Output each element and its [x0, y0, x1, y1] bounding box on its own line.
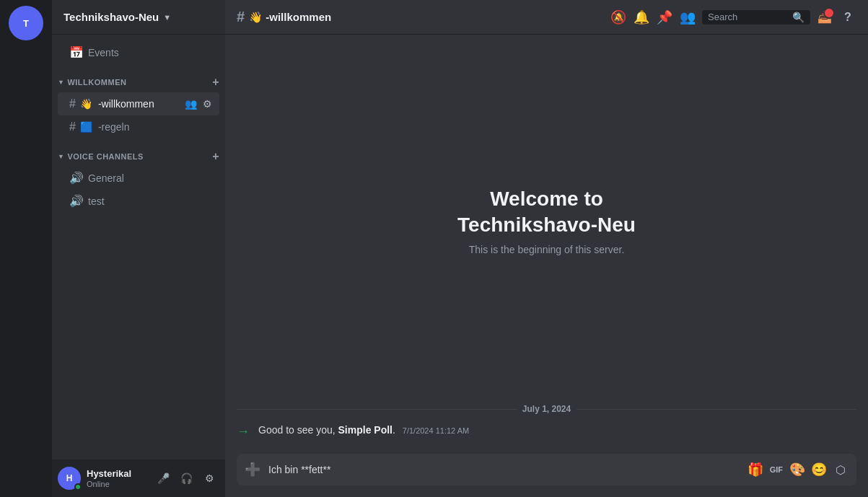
hash-icon: # [69, 97, 76, 110]
section-add-button[interactable]: + [212, 76, 219, 89]
date-divider-text: July 1, 2024 [522, 404, 571, 414]
user-info: Hysterikal Online [87, 468, 147, 488]
channel-general-voice-name: General [88, 172, 214, 184]
sidebar-content: 📅 Events ▼ WILLKOMMEN + # 👋 -willkommen … [52, 35, 225, 459]
main: # 👋 -willkommen 🔕 🔔 📌 👥 🔍 📥 [225, 0, 868, 497]
divider-line-left [237, 409, 517, 410]
speaker-icon-2: 🔊 [69, 194, 84, 208]
server-icon[interactable]: T [9, 6, 43, 40]
message-timestamp: 7/1/2024 11:12 AM [403, 426, 469, 435]
section-voice-label: VOICE CHANNELS [67, 152, 143, 161]
search-input[interactable] [708, 12, 788, 22]
sidebar-item-test-voice[interactable]: 🔊 test [58, 190, 219, 212]
sidebar-section-willkommen[interactable]: ▼ WILLKOMMEN + [52, 64, 225, 92]
message-text: Good to see you, Simple Poll. 7/1/2024 1… [258, 424, 469, 436]
sidebar-section-voice[interactable]: ▼ VOICE CHANNELS + [52, 138, 225, 166]
sidebar-item-events[interactable]: 📅 Events [58, 41, 219, 63]
sidebar-header[interactable]: Technikshavo-Neu ▼ [52, 0, 225, 35]
channel-test-voice-name: test [88, 195, 214, 207]
hash-icon-2: # [69, 120, 76, 133]
topbar-right: 🔕 🔔 📌 👥 🔍 📥 ? [610, 9, 856, 26]
events-label: Events [88, 47, 214, 58]
help-icon[interactable]: ? [839, 9, 856, 26]
arrow-icon: → [237, 424, 250, 439]
sidebar-item-willkommen[interactable]: # 👋 -willkommen 👥 ⚙ [58, 92, 219, 115]
user-controls: 🎤 🎧 ⚙ [153, 468, 219, 488]
topbar-channel-name: 👋 -willkommen [249, 11, 331, 24]
headphones-icon[interactable]: 🎧 [176, 468, 196, 488]
speaker-icon: 🔊 [69, 171, 84, 185]
sticker-icon[interactable]: 🎨 [787, 459, 807, 480]
user-area: H Hysterikal Online 🎤 🎧 ⚙ [52, 459, 225, 497]
notification-badge [823, 7, 835, 19]
section-voice-chevron-icon: ▼ [58, 153, 64, 160]
calendar-icon: 📅 [69, 45, 84, 59]
avatar-text: H [66, 473, 73, 483]
invite-icon[interactable]: 👥 [183, 97, 198, 111]
topbar-hash-icon: # [237, 9, 245, 25]
sidebar: Technikshavo-Neu ▼ 📅 Events ▼ WILLKOMMEN… [52, 0, 225, 497]
pin-icon[interactable]: 📌 [656, 9, 673, 26]
channel-regeln-name: -regeln [98, 121, 214, 133]
section-willkommen-label: WILLKOMMEN [67, 78, 126, 87]
server-icon-text: T [23, 18, 29, 29]
apps-icon[interactable]: ⬡ [830, 459, 851, 480]
welcome-subtitle: This is the beginning of this server. [469, 244, 625, 255]
channel-actions: 👥 ⚙ [183, 97, 214, 111]
bell-icon[interactable]: 🔔 [633, 9, 650, 26]
table-row: → Good to see you, Simple Poll. 7/1/2024… [225, 420, 868, 442]
message-input-box: ➕ 🎁 GIF 🎨 😊 ⬡ [237, 454, 856, 485]
section-voice-add-button[interactable]: + [212, 150, 219, 163]
user-status-text: Online [87, 480, 147, 488]
input-right-actions: 🎁 GIF 🎨 😊 ⬡ [745, 459, 851, 480]
add-attachment-button[interactable]: ➕ [242, 459, 263, 480]
microphone-icon[interactable]: 🎤 [153, 468, 173, 488]
topbar: # 👋 -willkommen 🔕 🔔 📌 👥 🔍 📥 [225, 0, 868, 35]
status-dot [74, 483, 82, 491]
sidebar-item-general-voice[interactable]: 🔊 General [58, 167, 219, 189]
username: Hysterikal [87, 468, 147, 480]
message-input-area: ➕ 🎁 GIF 🎨 😊 ⬡ [225, 454, 868, 497]
message-content: Good to see you, Simple Poll. 7/1/2024 1… [258, 423, 856, 438]
chat-area: Welcome toTechnikshavo-Neu This is the b… [225, 35, 868, 454]
members-icon[interactable]: 👥 [679, 9, 696, 26]
gift-icon[interactable]: 🎁 [745, 459, 766, 480]
search-icon: 🔍 [792, 12, 805, 23]
gif-button[interactable]: GIF [767, 459, 786, 480]
mute-icon[interactable]: 🔕 [610, 9, 627, 26]
divider-line-right [577, 409, 856, 410]
settings-icon[interactable]: ⚙ [201, 97, 214, 111]
inbox-icon-wrap: 📥 [816, 9, 833, 26]
section-chevron-icon: ▼ [58, 79, 64, 86]
search-box[interactable]: 🔍 [702, 10, 810, 25]
date-divider: July 1, 2024 [225, 398, 868, 420]
welcome-title: Welcome toTechnikshavo-Neu [457, 186, 636, 239]
topbar-channel: # 👋 -willkommen [237, 9, 331, 25]
sidebar-server-name: Technikshavo-Neu [63, 11, 159, 23]
chevron-down-icon: ▼ [163, 13, 171, 22]
channel-willkommen-name: -willkommen [98, 98, 179, 110]
message-input[interactable] [266, 456, 742, 483]
avatar: H [58, 467, 81, 490]
user-settings-icon[interactable]: ⚙ [199, 468, 219, 488]
welcome-section: Welcome toTechnikshavo-Neu This is the b… [225, 46, 868, 398]
server-strip: T [0, 0, 52, 497]
sidebar-item-regeln[interactable]: # 🟦 -regeln [58, 116, 219, 138]
emoji-icon[interactable]: 😊 [809, 459, 829, 480]
